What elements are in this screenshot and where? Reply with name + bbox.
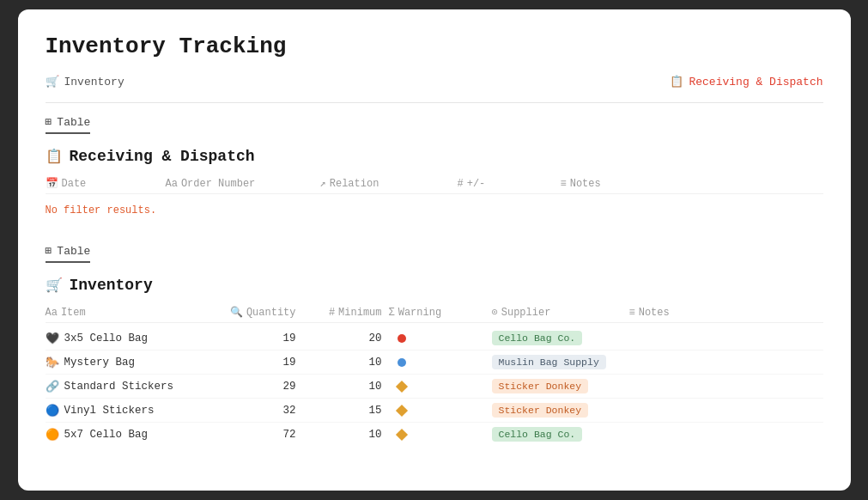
warning-diamond xyxy=(395,428,407,440)
nav-inventory[interactable]: 🛒 Inventory xyxy=(46,75,124,88)
row-icon: 🔗 xyxy=(46,380,59,393)
cell-supplier: Cello Bag Co. xyxy=(492,331,629,345)
table-tab-label-dispatch: Table xyxy=(57,116,90,129)
nav-divider xyxy=(46,102,823,103)
inventory-section: ⊞ Table 🛒 Inventory Aa Item 🔍 Quantity #… xyxy=(46,244,823,446)
table-row[interactable]: 🔗 Standard Stickers 29 10 Sticker Donkey xyxy=(46,375,823,399)
cell-warning xyxy=(389,358,492,367)
inventory-nav-icon: 🛒 xyxy=(46,75,59,88)
cell-supplier: Muslin Bag Supply xyxy=(492,355,629,369)
cell-supplier: Sticker Donkey xyxy=(492,379,629,393)
inventory-section-title: Inventory xyxy=(70,277,153,294)
warning-diamond xyxy=(395,404,407,416)
inventory-rows: 🖤 3x5 Cello Bag 19 20 Cello Bag Co. 🐎 My… xyxy=(46,326,823,446)
cell-quantity: 32 xyxy=(217,405,303,417)
cell-item: 🐎 Mystery Bag xyxy=(46,356,217,369)
inv-col-item: Aa Item xyxy=(46,307,217,319)
cell-supplier: Cello Bag Co. xyxy=(492,427,629,442)
item-name: 5x7 Cello Bag xyxy=(64,429,149,441)
table-tab-icon-dispatch: ⊞ xyxy=(46,115,52,129)
cell-warning xyxy=(389,406,492,415)
table-row[interactable]: 🐎 Mystery Bag 19 10 Muslin Bag Supply xyxy=(46,351,823,375)
item-name: Mystery Bag xyxy=(64,357,136,369)
row-icon: 🟠 xyxy=(46,428,59,442)
row-icon: 🔵 xyxy=(46,404,59,418)
supplier-badge: Cello Bag Co. xyxy=(492,427,583,442)
no-filter-results: No filter results. xyxy=(46,198,823,223)
inv-col-supplier: ⊙ Supplier xyxy=(492,306,629,319)
cell-item: 🟠 5x7 Cello Bag xyxy=(46,428,217,442)
inventory-section-icon: 🛒 xyxy=(46,277,63,294)
receiving-nav-icon: 📋 xyxy=(670,75,683,88)
cell-item: 🔵 Vinyl Stickers xyxy=(46,404,217,418)
inventory-col-headers: Aa Item 🔍 Quantity # Minimum Σ Warning ⊙… xyxy=(46,302,823,323)
table-tab-inventory[interactable]: ⊞ Table xyxy=(46,244,91,263)
cell-quantity: 19 xyxy=(217,332,303,345)
warning-dot-red xyxy=(398,334,406,343)
table-row[interactable]: 🔵 Vinyl Stickers 32 15 Sticker Donkey xyxy=(46,399,823,423)
supplier-badge: Muslin Bag Supply xyxy=(492,355,606,369)
table-tab-dispatch[interactable]: ⊞ Table xyxy=(46,115,91,134)
cell-item: 🔗 Standard Stickers xyxy=(46,380,217,393)
supplier-badge: Sticker Donkey xyxy=(492,403,589,418)
cell-supplier: Sticker Donkey xyxy=(492,403,629,418)
dispatch-section-icon: 📋 xyxy=(46,148,63,165)
cell-item: 🖤 3x5 Cello Bag xyxy=(46,332,217,345)
nav-inventory-label: Inventory xyxy=(64,76,124,88)
table-tab-icon-inventory: ⊞ xyxy=(46,244,52,258)
cell-quantity: 72 xyxy=(217,429,303,441)
nav-receiving-label: Receiving & Dispatch xyxy=(689,76,822,88)
dispatch-col-order: Aa Order Number xyxy=(166,178,320,190)
main-window: Inventory Tracking 🛒 Inventory 📋 Receivi… xyxy=(18,9,851,491)
dispatch-col-plusminus: # +/- xyxy=(458,178,561,190)
item-name: Vinyl Stickers xyxy=(64,405,155,417)
item-name: 3x5 Cello Bag xyxy=(64,332,149,345)
top-nav: 🛒 Inventory 📋 Receiving & Dispatch xyxy=(46,75,823,90)
cell-minimum: 20 xyxy=(303,332,389,345)
cell-quantity: 19 xyxy=(217,357,303,369)
dispatch-section: ⊞ Table 📋 Receiving & Dispatch 📅 Date Aa… xyxy=(46,115,823,223)
row-icon: 🖤 xyxy=(46,332,59,345)
cell-warning xyxy=(389,334,492,343)
cell-minimum: 10 xyxy=(303,381,389,393)
cell-minimum: 10 xyxy=(303,429,389,441)
table-row[interactable]: 🖤 3x5 Cello Bag 19 20 Cello Bag Co. xyxy=(46,326,823,351)
row-icon: 🐎 xyxy=(46,356,59,369)
dispatch-header: 📋 Receiving & Dispatch xyxy=(46,148,823,165)
dispatch-col-relation: ↗ Relation xyxy=(320,177,458,190)
dispatch-col-date: 📅 Date xyxy=(46,177,166,190)
cell-minimum: 10 xyxy=(303,357,389,369)
inventory-header: 🛒 Inventory xyxy=(46,277,823,294)
nav-receiving[interactable]: 📋 Receiving & Dispatch xyxy=(670,75,822,88)
warning-diamond xyxy=(395,380,407,392)
table-tab-label-inventory: Table xyxy=(57,245,90,258)
inv-col-quantity: 🔍 Quantity xyxy=(217,306,303,319)
dispatch-col-headers: 📅 Date Aa Order Number ↗ Relation # +/- … xyxy=(46,174,823,194)
warning-dot-blue xyxy=(398,358,406,367)
supplier-badge: Sticker Donkey xyxy=(492,379,589,393)
cell-warning xyxy=(389,430,492,439)
cell-quantity: 29 xyxy=(217,381,303,393)
inv-col-minimum: # Minimum xyxy=(303,307,389,319)
dispatch-col-notes: ≡ Notes xyxy=(561,178,698,190)
supplier-badge: Cello Bag Co. xyxy=(492,331,583,345)
item-name: Standard Stickers xyxy=(64,381,174,393)
cell-warning xyxy=(389,382,492,391)
cell-minimum: 15 xyxy=(303,405,389,417)
page-title: Inventory Tracking xyxy=(46,34,823,59)
inv-col-notes: ≡ Notes xyxy=(629,307,767,319)
inv-col-warning: Σ Warning xyxy=(389,307,492,319)
dispatch-section-title: Receiving & Dispatch xyxy=(70,148,255,165)
table-row[interactable]: 🟠 5x7 Cello Bag 72 10 Cello Bag Co. xyxy=(46,423,823,446)
